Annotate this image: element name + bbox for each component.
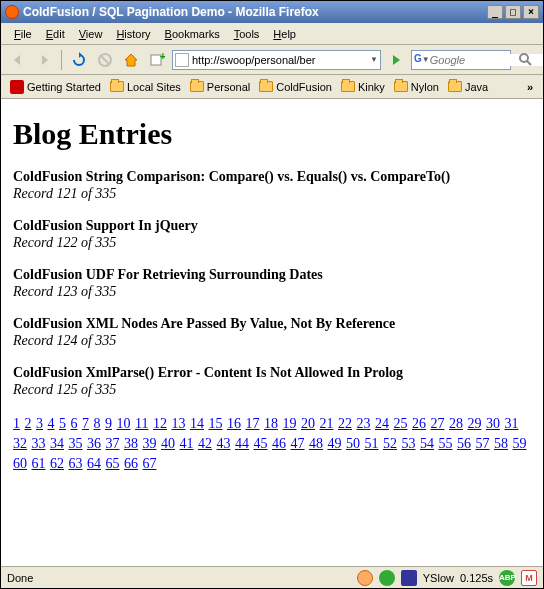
menu-bookmarks[interactable]: Bookmarks — [158, 26, 227, 42]
url-bar[interactable]: ▼ — [172, 50, 381, 70]
page-link[interactable]: 3 — [36, 416, 43, 431]
mail-icon[interactable]: M — [521, 570, 537, 586]
reload-button[interactable] — [68, 49, 90, 71]
page-link[interactable]: 54 — [420, 436, 434, 451]
maximize-button[interactable]: □ — [505, 5, 521, 19]
page-link[interactable]: 20 — [301, 416, 315, 431]
close-button[interactable]: × — [523, 5, 539, 19]
menu-history[interactable]: History — [109, 26, 157, 42]
bookmark-local-sites[interactable]: Local Sites — [107, 79, 184, 95]
page-link[interactable]: 32 — [13, 436, 27, 451]
bookmark-personal[interactable]: Personal — [187, 79, 253, 95]
bookmark-nylon[interactable]: Nylon — [391, 79, 442, 95]
page-link[interactable]: 6 — [71, 416, 78, 431]
page-link[interactable]: 52 — [383, 436, 397, 451]
bookmark-coldfusion[interactable]: ColdFusion — [256, 79, 335, 95]
page-link[interactable]: 39 — [143, 436, 157, 451]
page-link[interactable]: 16 — [227, 416, 241, 431]
page-link[interactable]: 2 — [25, 416, 32, 431]
page-link[interactable]: 42 — [198, 436, 212, 451]
bookmark-java[interactable]: Java — [445, 79, 491, 95]
page-link[interactable]: 24 — [375, 416, 389, 431]
back-button[interactable] — [7, 49, 29, 71]
page-link[interactable]: 59 — [513, 436, 527, 451]
page-link[interactable]: 17 — [245, 416, 259, 431]
page-link[interactable]: 63 — [69, 456, 83, 471]
page-link[interactable]: 48 — [309, 436, 323, 451]
yslow-icon[interactable] — [401, 570, 417, 586]
page-link[interactable]: 19 — [282, 416, 296, 431]
search-box[interactable]: G ▼ — [411, 50, 511, 70]
menu-file[interactable]: File — [7, 26, 39, 42]
bookmark-getting-started[interactable]: Getting Started — [7, 78, 104, 96]
search-go-button[interactable] — [515, 49, 537, 71]
checkmark-icon[interactable] — [379, 570, 395, 586]
page-link[interactable]: 4 — [48, 416, 55, 431]
page-link[interactable]: 9 — [105, 416, 112, 431]
page-link[interactable]: 31 — [504, 416, 518, 431]
page-link[interactable]: 53 — [402, 436, 416, 451]
page-link[interactable]: 38 — [124, 436, 138, 451]
page-link[interactable]: 49 — [328, 436, 342, 451]
menu-tools[interactable]: Tools — [227, 26, 267, 42]
monkey-icon[interactable] — [357, 570, 373, 586]
page-link[interactable]: 67 — [143, 456, 157, 471]
menu-help[interactable]: Help — [266, 26, 303, 42]
new-tab-button[interactable]: + — [146, 49, 168, 71]
home-button[interactable] — [120, 49, 142, 71]
page-link[interactable]: 46 — [272, 436, 286, 451]
page-link[interactable]: 15 — [208, 416, 222, 431]
page-link[interactable]: 12 — [153, 416, 167, 431]
page-link[interactable]: 45 — [254, 436, 268, 451]
page-link[interactable]: 62 — [50, 456, 64, 471]
bookmarks-overflow-icon[interactable]: » — [523, 81, 537, 93]
page-link[interactable]: 11 — [135, 416, 148, 431]
page-link[interactable]: 5 — [59, 416, 66, 431]
page-link[interactable]: 50 — [346, 436, 360, 451]
page-link[interactable]: 27 — [430, 416, 444, 431]
abp-icon[interactable]: ABP — [499, 570, 515, 586]
menu-view[interactable]: View — [72, 26, 110, 42]
page-link[interactable]: 33 — [32, 436, 46, 451]
forward-button[interactable] — [33, 49, 55, 71]
page-link[interactable]: 51 — [365, 436, 379, 451]
page-link[interactable]: 28 — [449, 416, 463, 431]
page-link[interactable]: 55 — [439, 436, 453, 451]
stop-button[interactable] — [94, 49, 116, 71]
page-link[interactable]: 57 — [476, 436, 490, 451]
url-input[interactable] — [192, 54, 370, 66]
page-link[interactable]: 35 — [69, 436, 83, 451]
page-link[interactable]: 64 — [87, 456, 101, 471]
page-link[interactable]: 34 — [50, 436, 64, 451]
page-link[interactable]: 47 — [291, 436, 305, 451]
page-link[interactable]: 8 — [94, 416, 101, 431]
page-link[interactable]: 66 — [124, 456, 138, 471]
page-link[interactable]: 25 — [393, 416, 407, 431]
page-link[interactable]: 7 — [82, 416, 89, 431]
page-link[interactable]: 65 — [106, 456, 120, 471]
page-link[interactable]: 29 — [467, 416, 481, 431]
page-link[interactable]: 26 — [412, 416, 426, 431]
url-dropdown-icon[interactable]: ▼ — [370, 55, 378, 64]
page-link[interactable]: 1 — [13, 416, 20, 431]
page-link[interactable]: 13 — [171, 416, 185, 431]
page-link[interactable]: 30 — [486, 416, 500, 431]
page-link[interactable]: 58 — [494, 436, 508, 451]
page-link[interactable]: 14 — [190, 416, 204, 431]
page-link[interactable]: 44 — [235, 436, 249, 451]
page-link[interactable]: 21 — [319, 416, 333, 431]
page-link[interactable]: 22 — [338, 416, 352, 431]
page-link[interactable]: 60 — [13, 456, 27, 471]
page-link[interactable]: 18 — [264, 416, 278, 431]
page-link[interactable]: 41 — [180, 436, 194, 451]
menu-edit[interactable]: Edit — [39, 26, 72, 42]
page-link[interactable]: 56 — [457, 436, 471, 451]
page-link[interactable]: 36 — [87, 436, 101, 451]
go-button[interactable] — [385, 49, 407, 71]
page-link[interactable]: 61 — [32, 456, 46, 471]
page-link[interactable]: 10 — [117, 416, 131, 431]
page-link[interactable]: 40 — [161, 436, 175, 451]
page-link[interactable]: 37 — [106, 436, 120, 451]
minimize-button[interactable]: _ — [487, 5, 503, 19]
page-link[interactable]: 23 — [356, 416, 370, 431]
